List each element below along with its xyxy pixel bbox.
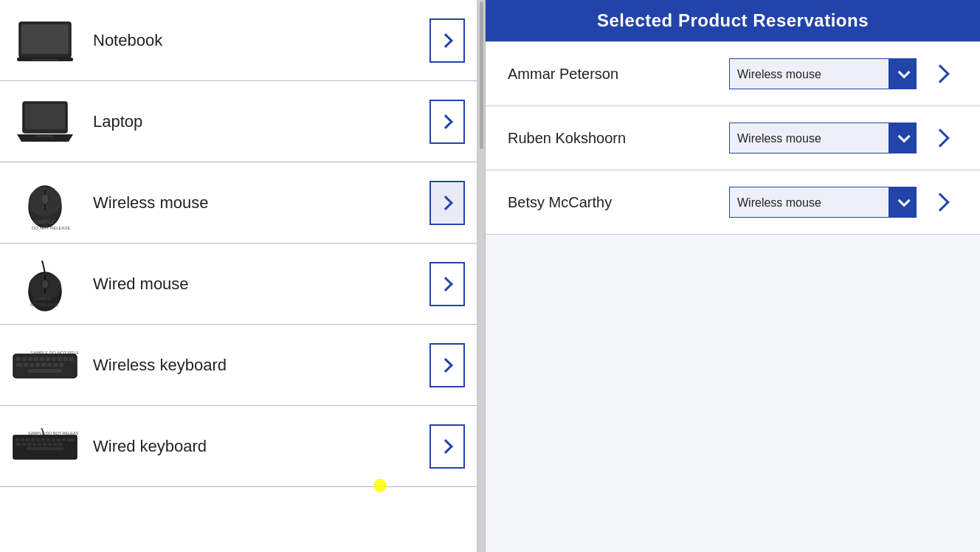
row-nav-chevron-1	[931, 64, 949, 83]
svg-point-11	[41, 194, 49, 204]
svg-rect-24	[34, 357, 38, 361]
svg-text:SAMPLE: SAMPLE	[34, 219, 55, 224]
chevron-right-icon	[438, 358, 453, 373]
svg-rect-21	[16, 357, 21, 361]
svg-rect-57	[38, 443, 41, 446]
svg-rect-49	[52, 438, 55, 441]
svg-rect-36	[47, 363, 52, 367]
select-container-3: Wireless mouse Wired mouse Notebook Lapt…	[729, 187, 917, 218]
svg-text:SAMPLE DO NOT RELEASE: SAMPLE DO NOT RELEASE	[28, 431, 78, 435]
list-item-notebook[interactable]: Notebook	[0, 0, 477, 81]
svg-point-17	[41, 280, 49, 289]
list-item-wired-keyboard[interactable]: SAMPLE DO NOT RELEASE Wired keyboard	[0, 406, 477, 487]
product-select-3[interactable]: Wireless mouse Wired mouse Notebook Lapt…	[729, 187, 917, 218]
wireless-keyboard-image: SAMPLE DO NOT RELEASE	[12, 336, 78, 395]
reservation-row-2: Ruben Kokshoorn Wireless mouse Wired mou…	[486, 106, 980, 170]
chevron-right-icon	[438, 439, 453, 454]
wired-keyboard-image: SAMPLE DO NOT RELEASE	[12, 417, 78, 476]
reservation-list: Ammar Peterson Wireless mouse Wired mous…	[486, 41, 980, 552]
svg-rect-38	[59, 363, 63, 367]
wireless-keyboard-chevron[interactable]	[429, 343, 465, 387]
product-select-2[interactable]: Wireless mouse Wired mouse Notebook Lapt…	[729, 123, 917, 153]
wireless-keyboard-label: Wireless keyboard	[93, 356, 429, 375]
svg-rect-34	[35, 363, 40, 367]
select-container-2: Wireless mouse Wired mouse Notebook Lapt…	[729, 123, 917, 153]
product-select-wrapper-3: Wireless mouse Wired mouse Notebook Lapt…	[729, 187, 958, 218]
list-item-wired-mouse[interactable]: SAMPLE NOT RELEASE Wired mouse	[0, 244, 477, 325]
svg-rect-48	[46, 438, 50, 441]
svg-rect-37	[53, 363, 58, 367]
svg-rect-55	[27, 443, 31, 446]
svg-rect-32	[24, 363, 28, 367]
chevron-right-icon	[438, 277, 453, 291]
right-panel: Selected Product Reservations Ammar Pete…	[486, 0, 980, 552]
product-select-wrapper-1: Wireless mouse Wired mouse Notebook Lapt…	[729, 58, 958, 89]
wireless-mouse-chevron[interactable]	[429, 181, 465, 225]
laptop-label: Laptop	[93, 112, 429, 131]
chevron-right-icon	[438, 196, 453, 210]
person-name-3: Betsy McCarthy	[508, 194, 714, 211]
reservation-row-1: Ammar Peterson Wireless mouse Wired mous…	[486, 41, 980, 106]
svg-text:SAMPLE: SAMPLE	[33, 297, 51, 301]
person-name-1: Ammar Peterson	[508, 66, 714, 83]
svg-rect-46	[36, 438, 40, 441]
row-nav-btn-3[interactable]	[925, 187, 958, 218]
svg-rect-33	[30, 363, 34, 367]
row-nav-btn-2[interactable]	[925, 123, 958, 153]
laptop-image	[12, 92, 78, 151]
svg-rect-26	[46, 357, 50, 361]
svg-rect-61	[58, 443, 62, 446]
laptop-chevron[interactable]	[429, 100, 465, 144]
notebook-label: Notebook	[93, 31, 429, 50]
list-item-wireless-mouse[interactable]: SAMPLE DO NOT RELEASE Wireless mouse	[0, 162, 477, 244]
svg-rect-25	[40, 357, 44, 361]
svg-rect-29	[63, 357, 68, 361]
product-list: Notebook Laptop SAMPLE	[0, 0, 478, 552]
chevron-right-icon	[438, 33, 453, 48]
svg-rect-59	[48, 443, 52, 446]
svg-rect-51	[62, 438, 66, 441]
svg-text:DO NOT RELEASE: DO NOT RELEASE	[32, 226, 71, 230]
svg-rect-5	[25, 104, 65, 129]
svg-rect-44	[26, 438, 30, 441]
wired-mouse-label: Wired mouse	[93, 275, 429, 294]
svg-rect-47	[41, 438, 45, 441]
wired-mouse-image: SAMPLE NOT RELEASE	[12, 255, 78, 314]
reservation-row-3: Betsy McCarthy Wireless mouse Wired mous…	[486, 170, 980, 235]
wired-mouse-chevron[interactable]	[429, 262, 465, 306]
svg-rect-62	[27, 447, 63, 450]
list-item-laptop[interactable]: Laptop	[0, 81, 477, 162]
svg-text:SAMPLE DO NOT RELEASE: SAMPLE DO NOT RELEASE	[30, 351, 78, 355]
svg-rect-42	[15, 438, 19, 441]
svg-rect-27	[52, 357, 56, 361]
svg-rect-45	[31, 438, 35, 441]
svg-rect-23	[28, 357, 32, 361]
svg-rect-35	[41, 363, 46, 367]
wired-keyboard-label: Wired keyboard	[93, 437, 429, 456]
panel-title: Selected Product Reservations	[486, 0, 980, 41]
product-select-wrapper-2: Wireless mouse Wired mouse Notebook Lapt…	[729, 123, 958, 153]
svg-rect-30	[69, 357, 74, 361]
row-nav-chevron-2	[931, 128, 949, 147]
svg-rect-56	[32, 443, 36, 446]
list-item-wireless-keyboard[interactable]: SAMPLE DO NOT RELEASE Wireless keyboard	[0, 325, 477, 406]
svg-rect-7	[36, 135, 54, 137]
chevron-right-icon	[438, 114, 453, 129]
svg-rect-53	[15, 443, 21, 446]
product-select-1[interactable]: Wireless mouse Wired mouse Notebook Lapt…	[729, 58, 917, 89]
wired-keyboard-chevron[interactable]	[429, 424, 465, 469]
svg-rect-60	[53, 443, 57, 446]
row-nav-chevron-3	[931, 193, 949, 211]
notebook-chevron[interactable]	[429, 18, 465, 63]
wireless-mouse-image: SAMPLE DO NOT RELEASE	[12, 173, 78, 232]
svg-rect-28	[58, 357, 62, 361]
svg-rect-1	[21, 24, 69, 54]
select-container-1: Wireless mouse Wired mouse Notebook Lapt…	[729, 58, 917, 89]
svg-rect-3	[32, 59, 58, 61]
person-name-2: Ruben Kokshoorn	[508, 130, 714, 147]
row-nav-btn-1[interactable]	[925, 58, 958, 89]
svg-rect-52	[67, 438, 75, 441]
notebook-image	[12, 11, 78, 70]
svg-rect-54	[22, 443, 26, 446]
svg-text:NOT RELEASE: NOT RELEASE	[30, 303, 59, 307]
